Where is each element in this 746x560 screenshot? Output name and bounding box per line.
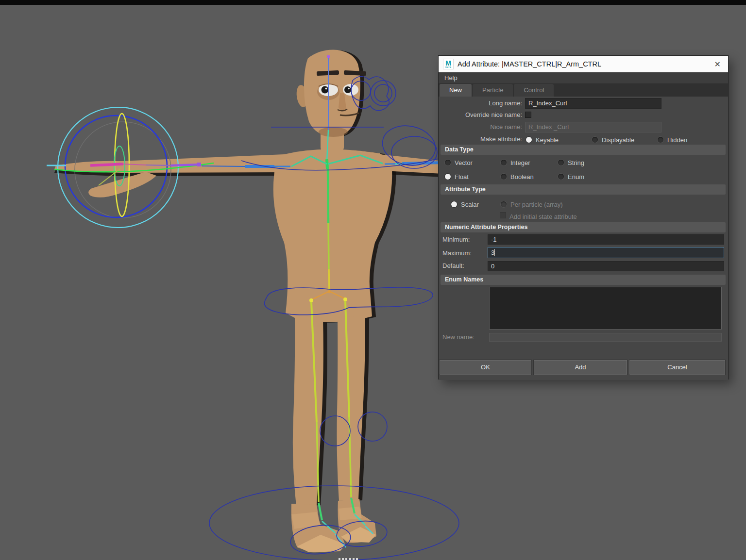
- add-initial-state-label: Add initial state attribute: [509, 213, 577, 220]
- radio-float[interactable]: Float: [445, 173, 469, 181]
- maximum-input[interactable]: 3: [488, 247, 724, 258]
- add-attribute-dialog: M MAYA Add Attribute: |MASTER_CTRL|R_Arm…: [438, 55, 729, 379]
- add-button[interactable]: Add: [534, 360, 627, 375]
- radio-label: Hidden: [667, 136, 687, 144]
- radio-scalar[interactable]: Scalar: [451, 200, 479, 208]
- dialog-content: Long name: R_Index_Curl Override nice na…: [439, 97, 728, 380]
- radio-displayable[interactable]: Displayable: [592, 136, 634, 144]
- radio-dot: [592, 137, 598, 143]
- radio-label: Per particle (array): [510, 201, 563, 208]
- radio-integer[interactable]: Integer: [501, 159, 530, 166]
- radio-dot: [445, 160, 451, 165]
- long-name-input[interactable]: R_Index_Curl: [525, 98, 661, 109]
- new-name-input: [489, 333, 722, 342]
- radio-hidden[interactable]: Hidden: [658, 136, 687, 144]
- new-name-label: New name:: [442, 332, 486, 343]
- radio-dot: [558, 174, 564, 180]
- radio-dot: [501, 160, 507, 165]
- text-cursor: [494, 249, 495, 256]
- radio-dot: [451, 201, 457, 207]
- add-initial-state-checkbox: [500, 212, 506, 218]
- tab-particle[interactable]: Particle: [473, 84, 513, 97]
- maya-application: M MAYA Add Attribute: |MASTER_CTRL|R_Arm…: [0, 0, 746, 560]
- tab-control[interactable]: Control: [514, 84, 554, 97]
- nice-name-input: R_Index _Curl: [525, 122, 661, 132]
- enum-names-list[interactable]: [489, 287, 722, 329]
- top-strip: [0, 0, 746, 5]
- radio-label: Integer: [510, 159, 530, 166]
- radio-dot: [526, 137, 532, 143]
- radio-dot: [558, 160, 564, 165]
- eye-ctrl-right-inner: [374, 84, 392, 102]
- maximum-label: Maximum:: [442, 248, 486, 259]
- attribute-type-header: Attribute Type: [441, 184, 726, 195]
- radio-label: Enum: [568, 173, 584, 181]
- radio-label: Keyable: [536, 136, 559, 144]
- maya-logo-icon: M MAYA: [443, 59, 454, 69]
- radio-label: Displayable: [602, 136, 634, 144]
- radio-enum[interactable]: Enum: [558, 173, 584, 181]
- radio-dot: [445, 174, 451, 180]
- make-attribute-label: Make attribute:: [439, 134, 522, 145]
- radio-dot: [658, 137, 663, 143]
- radio-keyable[interactable]: Keyable: [526, 136, 559, 144]
- radio-per-particle: Per particle (array): [501, 200, 563, 208]
- radio-label: Boolean: [510, 173, 534, 181]
- hand-joint-line: [90, 164, 123, 165]
- radio-vector[interactable]: Vector: [445, 159, 473, 166]
- maximum-value: 3: [491, 249, 494, 256]
- dialog-menubar: Help: [439, 72, 728, 84]
- override-nice-name-label: Override nice name:: [439, 110, 522, 120]
- default-label: Default:: [442, 261, 486, 271]
- radio-label: Scalar: [461, 201, 479, 208]
- radio-dot: [501, 201, 507, 207]
- radio-boolean[interactable]: Boolean: [501, 173, 534, 181]
- minimum-label: Minimum:: [442, 234, 486, 245]
- forearm-joint-line: [171, 165, 199, 165]
- minimum-input[interactable]: -1: [488, 234, 724, 245]
- ok-button[interactable]: OK: [440, 360, 531, 375]
- data-type-header: Data Type: [441, 145, 726, 155]
- menu-help[interactable]: Help: [439, 74, 463, 82]
- dialog-tabbar: New Particle Control: [439, 84, 728, 97]
- default-input[interactable]: 0: [488, 261, 724, 271]
- radio-dot: [501, 174, 507, 180]
- character-model: [54, 50, 443, 553]
- close-icon[interactable]: ✕: [712, 60, 724, 69]
- radio-label: Vector: [455, 159, 473, 166]
- radio-label: String: [568, 159, 584, 166]
- long-name-label: Long name:: [439, 98, 522, 109]
- enum-names-header: Enum Names: [441, 275, 726, 285]
- nice-name-label: Nice name:: [439, 122, 522, 132]
- dialog-titlebar[interactable]: M MAYA Add Attribute: |MASTER_CTRL|R_Arm…: [439, 56, 728, 72]
- radio-label: Float: [455, 173, 469, 181]
- numeric-properties-header: Numeric Attribute Properties: [441, 222, 726, 232]
- cancel-button[interactable]: Cancel: [629, 360, 725, 375]
- chin-shadow: [319, 127, 348, 137]
- override-nice-name-checkbox[interactable]: [525, 112, 531, 118]
- radio-string[interactable]: String: [558, 159, 584, 166]
- tab-new[interactable]: New: [440, 84, 472, 97]
- dialog-title: Add Attribute: |MASTER_CTRL|R_Arm_CTRL: [458, 60, 708, 68]
